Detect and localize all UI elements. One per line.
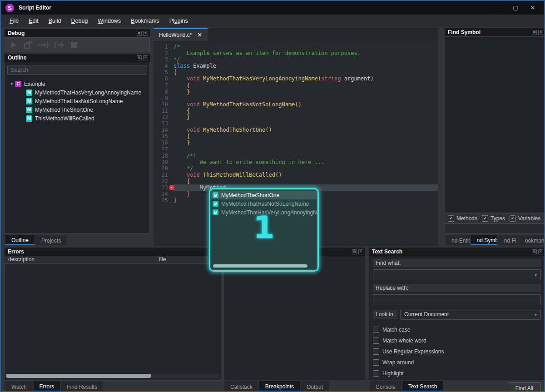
checkbox-use-regular-expressions[interactable]: Use Regular Expressions (373, 346, 541, 357)
checkbox-types[interactable]: ✓Types (482, 215, 505, 222)
code-line[interactable]: 19 We want to write something in here ..… (154, 159, 438, 165)
find-symbol-input[interactable] (445, 223, 545, 233)
line-number[interactable]: 25 (154, 197, 173, 203)
checkbox-icon[interactable] (373, 359, 379, 366)
line-number[interactable]: 3 (154, 56, 173, 63)
code-line[interactable]: 5{ (154, 69, 438, 75)
tab-nd-symb[interactable]: nd Symb (471, 235, 497, 245)
float-panel-icon[interactable]: ⧉ (532, 30, 537, 35)
stop-icon[interactable] (69, 40, 79, 50)
line-number[interactable]: 10 (154, 101, 173, 108)
checkbox-icon[interactable]: ✓ (510, 215, 516, 222)
errors-hscrollbar[interactable] (6, 374, 220, 378)
menu-debug[interactable]: Debug (66, 16, 93, 26)
outline-class-row[interactable]: ▼CExample (5, 79, 149, 88)
menu-build[interactable]: Build (44, 16, 66, 26)
tab-projects[interactable]: Projects (35, 235, 67, 245)
code-text[interactable]: class Example (173, 63, 438, 69)
checkbox-highlight[interactable]: Highlight (373, 368, 541, 379)
close-panel-icon[interactable]: ✕ (143, 31, 148, 36)
line-number[interactable]: 16 (154, 139, 173, 146)
tab-console[interactable]: Console (370, 381, 401, 392)
line-number[interactable]: 22 (154, 178, 173, 184)
close-tab-icon[interactable]: ✕ (197, 32, 202, 38)
menu-bookmarks[interactable]: Bookmarks (126, 16, 164, 26)
line-number[interactable]: 21 (154, 172, 173, 178)
checkbox-wrap-around[interactable]: Wrap around (373, 357, 541, 368)
line-number[interactable]: 24 (154, 191, 173, 197)
line-number[interactable]: 12 (154, 114, 173, 120)
code-text[interactable] (173, 120, 438, 127)
outline-method-row[interactable]: MMyMethodThatHasVeryLongAnnoyingName (26, 88, 149, 97)
code-text[interactable]: Example serves as an item for demonstrat… (173, 50, 438, 56)
code-text[interactable]: void ThisMethodWillBeCalled() (173, 172, 438, 178)
line-number[interactable]: 20 (154, 165, 173, 172)
find-all-button[interactable]: Find All (508, 382, 541, 392)
code-text[interactable]: } (173, 139, 438, 146)
line-number[interactable]: 1 (154, 44, 173, 50)
close-panel-icon[interactable]: ✕ (143, 55, 148, 60)
look-in-dropdown[interactable]: Current Document ▾ (400, 309, 541, 320)
line-number[interactable]: 5 (154, 69, 173, 75)
code-text[interactable]: { (173, 178, 438, 184)
chevron-down-icon[interactable]: ▾ (535, 273, 537, 278)
step-into-icon[interactable] (38, 40, 50, 50)
code-text[interactable]: { (173, 108, 438, 114)
code-line[interactable]: 15 { (154, 133, 438, 139)
editor-tab-helloworld[interactable]: HelloWorld.c* ✕ (154, 28, 208, 41)
code-text[interactable]: */ (173, 165, 438, 172)
replace-with-input[interactable] (373, 294, 541, 305)
tab-ookmark[interactable]: ookmark (519, 235, 545, 245)
checkbox-match-case[interactable]: Match case (373, 324, 541, 335)
tab-callstack[interactable]: Callstack (224, 381, 258, 392)
expand-arrow-icon[interactable]: ▼ (9, 82, 15, 86)
minimize-button[interactable]: – (490, 3, 506, 13)
tab-nd-entit[interactable]: nd Entit (446, 235, 470, 245)
menu-edit[interactable]: Edit (24, 16, 44, 26)
code-text[interactable]: void MyMethodThatHasNotSoLongName() (173, 101, 438, 108)
float-panel-icon[interactable]: ⧉ (137, 55, 142, 60)
code-line[interactable]: 20 */ (154, 165, 438, 172)
tab-nd-fi[interactable]: nd Fi (498, 235, 518, 245)
find-symbol-results[interactable] (445, 36, 545, 213)
continue-icon[interactable] (23, 40, 34, 50)
line-number[interactable]: 19 (154, 159, 173, 165)
line-number[interactable]: 9 (154, 95, 173, 101)
line-number[interactable]: 15 (154, 133, 173, 139)
line-number[interactable]: 11 (154, 108, 173, 114)
outline-method-row[interactable]: MMyMethodTheShortOne (26, 105, 149, 114)
close-panel-icon[interactable]: ✕ (538, 249, 543, 254)
autocomplete-item[interactable]: MMyMethodThatHasNotSoLongName (210, 199, 317, 208)
code-text[interactable]: { (173, 82, 438, 89)
checkbox-icon[interactable] (373, 327, 379, 333)
line-number[interactable]: 2 (154, 50, 173, 56)
code-text[interactable]: void MyMethodTheShortOne() (173, 127, 438, 133)
line-number[interactable]: 8 (154, 89, 173, 95)
code-line[interactable]: 13 (154, 120, 438, 127)
code-text[interactable]: } (173, 89, 438, 95)
line-number[interactable]: 17 (154, 146, 173, 153)
checkbox-match-whole-word[interactable]: Match whole word (373, 335, 541, 346)
outline-method-row[interactable]: MThisMethodWillBeCalled (26, 114, 149, 123)
outline-method-row[interactable]: MMyMethodThatHasNotSoLongName (26, 97, 149, 105)
menu-plugins[interactable]: Plugins (164, 16, 193, 26)
close-button[interactable]: ✕ (525, 3, 540, 13)
line-number[interactable]: 18 (154, 153, 173, 159)
line-number[interactable]: 14 (154, 127, 173, 133)
code-text[interactable] (173, 146, 438, 153)
checkbox-variables[interactable]: ✓Variables (510, 215, 540, 222)
line-number[interactable]: 23✕ (154, 184, 173, 191)
scrollbar-thumb[interactable] (6, 374, 151, 378)
menu-windows[interactable]: Windows (93, 16, 126, 26)
checkbox-methods[interactable]: ✓Methods (448, 215, 477, 222)
code-line[interactable]: 14 void MyMethodTheShortOne() (154, 127, 438, 133)
line-number[interactable]: 7 (154, 82, 173, 89)
checkbox-icon[interactable] (373, 370, 379, 377)
code-text[interactable]: } (173, 114, 438, 120)
menu-file[interactable]: File (5, 16, 24, 26)
code-text[interactable] (173, 95, 438, 101)
code-line[interactable]: 12 } (154, 114, 438, 120)
step-out-icon[interactable] (54, 40, 65, 50)
float-panel-icon[interactable]: ⧉ (137, 31, 142, 36)
line-number[interactable]: 13 (154, 120, 173, 127)
